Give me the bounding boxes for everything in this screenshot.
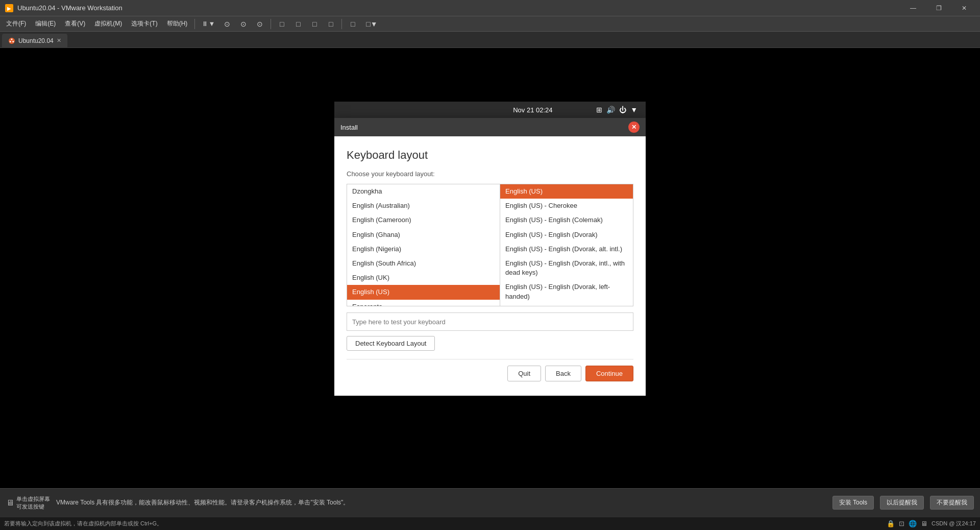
install-close-button[interactable]: ✕: [628, 122, 640, 133]
toolbar-btn-8[interactable]: □: [345, 18, 360, 30]
gnome-menu-chevron[interactable]: ▼: [630, 106, 638, 114]
status-left: 🖥 单击虚拟屏幕可发送按键: [6, 495, 50, 510]
infobar-text: 若要将输入定向到该虚拟机，请在虚拟机内部单击或按 Ctrl+G。: [4, 520, 883, 527]
list-item[interactable]: English (Cameroon): [347, 213, 500, 227]
toolbar-btn-4[interactable]: □: [274, 18, 289, 30]
toolbar-btn-1[interactable]: ⊙: [219, 18, 235, 30]
install-title-label: Install: [340, 124, 358, 131]
menu-edit[interactable]: 编辑(E): [31, 17, 60, 30]
tray-lock-icon: 🔒: [887, 520, 895, 527]
install-tools-button[interactable]: 安装 Tools: [832, 496, 874, 510]
menu-help[interactable]: 帮助(H): [163, 17, 192, 30]
continue-button[interactable]: Continue: [585, 366, 633, 381]
variant-item[interactable]: English (US) - English (Colemak): [500, 213, 633, 227]
toolbar-btn-7[interactable]: □: [323, 18, 338, 30]
toolbar-group-1: ⏸▼ ⊙ ⊙ ⊙: [198, 18, 267, 30]
list-item[interactable]: Dzongkha: [347, 184, 500, 199]
window-controls: — ❐ ✕: [901, 0, 976, 16]
toolbar-btn-5[interactable]: □: [290, 18, 306, 30]
tray-vm-icon: ⊡: [899, 520, 904, 527]
status-description: VMware Tools 具有很多功能，能改善鼠标移动性、视频和性能。请登录客户…: [56, 498, 826, 507]
tab-bar: Ubuntu20.04 ✕: [0, 32, 980, 48]
restore-button[interactable]: ❐: [927, 0, 950, 16]
toolbar-btn-2[interactable]: ⊙: [236, 18, 251, 30]
toolbar-btn-9[interactable]: □▼: [361, 18, 382, 30]
vm-tab[interactable]: Ubuntu20.04 ✕: [2, 34, 67, 48]
title-bar: ▶ Ubuntu20.04 - VMware Workstation — ❐ ✕: [0, 0, 980, 16]
page-subtitle: Choose your keyboard layout:: [347, 170, 633, 178]
keyboard-layout-lists: Dzongkha English (Australian) English (C…: [347, 184, 633, 306]
tray-display-icon: 🖥: [921, 520, 927, 527]
list-item[interactable]: Esperanto: [347, 300, 500, 306]
minimize-button[interactable]: —: [901, 0, 925, 16]
volume-icon[interactable]: 🔊: [606, 106, 615, 114]
menu-tab[interactable]: 选项卡(T): [127, 17, 161, 30]
dont-remind-button[interactable]: 不要提醒我: [930, 496, 974, 510]
toolbar-btn-6[interactable]: □: [307, 18, 322, 30]
variant-item-english-us[interactable]: English (US): [500, 184, 633, 199]
status-click-text: 单击虚拟屏幕可发送按键: [16, 495, 50, 510]
list-item[interactable]: English (Nigeria): [347, 242, 500, 256]
install-title-bar: Install ✕: [334, 118, 646, 136]
list-item[interactable]: English (Australian): [347, 199, 500, 213]
toolbar-separator-3: [341, 19, 342, 29]
list-item[interactable]: English (Ghana): [347, 228, 500, 242]
toolbar-group-3: □ □▼: [345, 18, 382, 30]
language-list[interactable]: Dzongkha English (Australian) English (C…: [347, 184, 500, 306]
gnome-system-icons: ⊞ 🔊 ⏻ ▼: [596, 106, 638, 114]
gnome-datetime: Nov 21 02:24: [470, 106, 597, 114]
quit-button[interactable]: Quit: [507, 366, 541, 381]
remind-later-button[interactable]: 以后提醒我: [880, 496, 924, 510]
ubuntu-icon: [8, 37, 15, 44]
variant-item[interactable]: English (US) - Cherokee: [500, 199, 633, 213]
menu-file[interactable]: 文件(F): [2, 17, 30, 30]
window-title: Ubuntu20.04 - VMware Workstation: [17, 4, 901, 12]
install-content: Keyboard layout Choose your keyboard lay…: [334, 136, 646, 396]
gnome-top-bar: Nov 21 02:24 ⊞ 🔊 ⏻ ▼: [334, 102, 646, 118]
detect-keyboard-layout-button[interactable]: Detect Keyboard Layout: [347, 336, 435, 351]
install-window: Install ✕ Keyboard layout Choose your ke…: [334, 118, 646, 396]
menu-vm[interactable]: 虚拟机(M): [90, 17, 126, 30]
installer-container: Nov 21 02:24 ⊞ 🔊 ⏻ ▼ Install ✕ Keyboard …: [334, 102, 646, 396]
close-button[interactable]: ✕: [952, 0, 976, 16]
menu-view[interactable]: 查看(V): [61, 17, 89, 30]
svg-point-4: [10, 41, 11, 42]
info-bar: 若要将输入定向到该虚拟机，请在虚拟机内部单击或按 Ctrl+G。 🔒 ⊡ 🌐 🖥…: [0, 517, 980, 530]
app-icon: ▶: [4, 3, 14, 13]
list-item[interactable]: English (South Africa): [347, 256, 500, 271]
tray-time: CSDN @ 汉24:17: [932, 520, 976, 527]
variant-item[interactable]: English (US) - English (Dvorak, right-ha…: [500, 304, 633, 306]
vm-screen-icon: 🖥: [6, 498, 14, 508]
toolbar-separator-1: [194, 19, 195, 29]
variant-item[interactable]: English (US) - English (Dvorak, intl., w…: [500, 256, 633, 280]
system-tray: 🔒 ⊡ 🌐 🖥 CSDN @ 汉24:17: [887, 520, 976, 527]
menu-bar: 文件(F) 编辑(E) 查看(V) 虚拟机(M) 选项卡(T) 帮助(H) ⏸▼…: [0, 16, 980, 32]
status-bar: 🖥 单击虚拟屏幕可发送按键 VMware Tools 具有很多功能，能改善鼠标移…: [0, 488, 980, 517]
tab-close-button[interactable]: ✕: [57, 37, 61, 44]
variant-item[interactable]: English (US) - English (Dvorak, left-han…: [500, 280, 633, 303]
svg-point-5: [12, 41, 14, 42]
tray-network-icon: 🌐: [909, 520, 917, 527]
variant-list[interactable]: English (US) English (US) - Cherokee Eng…: [500, 184, 633, 306]
toolbar-separator-2: [271, 19, 271, 29]
vm-display-area[interactable]: Nov 21 02:24 ⊞ 🔊 ⏻ ▼ Install ✕ Keyboard …: [0, 48, 980, 488]
svg-text:▶: ▶: [7, 6, 11, 11]
keyboard-test-input[interactable]: [347, 312, 633, 331]
pause-button[interactable]: ⏸▼: [198, 18, 218, 30]
list-item[interactable]: English (UK): [347, 271, 500, 285]
power-icon[interactable]: ⏻: [619, 106, 626, 114]
toolbar-btn-3[interactable]: ⊙: [252, 18, 267, 30]
toolbar-group-2: □ □ □ □: [274, 18, 338, 30]
svg-point-3: [11, 38, 13, 40]
variant-item[interactable]: English (US) - English (Dvorak): [500, 228, 633, 242]
back-button[interactable]: Back: [545, 366, 581, 381]
bottom-navigation: Quit Back Continue: [347, 359, 633, 383]
variant-item[interactable]: English (US) - English (Dvorak, alt. int…: [500, 242, 633, 256]
network-icon[interactable]: ⊞: [596, 106, 602, 114]
tab-label: Ubuntu20.04: [18, 37, 54, 44]
list-item-english-us[interactable]: English (US): [347, 285, 500, 299]
page-title: Keyboard layout: [347, 149, 633, 162]
